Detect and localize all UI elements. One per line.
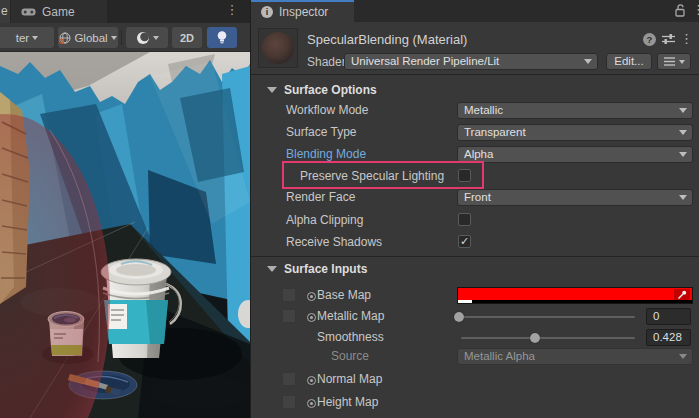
preserve-specular-checkbox[interactable]: [458, 169, 471, 182]
chevron-down-icon: [679, 108, 687, 113]
receive-shadows-label: Receive Shadows: [286, 234, 382, 251]
surface-type-label: Surface Type: [286, 124, 357, 141]
inspector-tab-bar: i Inspector ⋮: [251, 0, 699, 22]
smoothness-value-field[interactable]: 0.428: [646, 329, 691, 346]
draw-mode-button[interactable]: [126, 27, 168, 48]
metallic-map-texture-slot[interactable]: [282, 309, 296, 323]
scene-view-viewport[interactable]: [0, 52, 250, 418]
scene-view-panel: e Game ⋮ ter: [0, 0, 250, 418]
list-icon: [664, 57, 675, 66]
toolbar-separator: [121, 30, 122, 45]
metallic-slider[interactable]: [459, 308, 637, 325]
chevron-down-icon: [679, 130, 687, 135]
tab-game-label: Game: [42, 5, 75, 19]
shader-dropdown[interactable]: Universal Render Pipeline/Lit: [344, 53, 598, 70]
panel-menu-icon[interactable]: ⋮: [692, 2, 699, 17]
gamepad-icon: [21, 7, 36, 17]
lighting-toggle-button[interactable]: [207, 27, 237, 48]
slider-handle[interactable]: [454, 312, 464, 322]
tab-inspector-label: Inspector: [279, 5, 328, 19]
panel-menu-icon[interactable]: ⋮: [224, 2, 240, 20]
normal-map-texture-slot[interactable]: [282, 372, 296, 386]
chevron-down-icon: [32, 36, 38, 40]
blending-mode-label: Blending Mode: [286, 146, 366, 163]
preset-list-button[interactable]: [657, 53, 691, 70]
metallic-map-label: Metallic Map: [317, 308, 384, 325]
edit-shader-button[interactable]: Edit...: [606, 53, 652, 70]
render-face-label: Render Face: [286, 189, 355, 206]
section-divider: [251, 256, 699, 257]
tab-game[interactable]: Game: [11, 0, 107, 23]
slider-handle[interactable]: [530, 333, 540, 343]
chevron-down-icon: [679, 60, 685, 64]
orientation-button[interactable]: Global: [58, 27, 118, 48]
lock-icon[interactable]: [675, 4, 686, 17]
tab-scene-partial[interactable]: e: [0, 0, 10, 23]
pivot-button[interactable]: ter: [0, 27, 54, 48]
smoothness-label: Smoothness: [317, 329, 384, 346]
info-icon: i: [261, 6, 273, 18]
surface-inputs-foldout[interactable]: Surface Inputs: [251, 261, 699, 279]
alpha-clipping-checkbox[interactable]: [458, 213, 471, 226]
metallic-value-field[interactable]: 0: [646, 308, 691, 325]
workflow-mode-label: Workflow Mode: [286, 102, 368, 119]
preserve-specular-label: Preserve Specular Lighting: [300, 168, 444, 185]
base-map-texture-slot[interactable]: [282, 288, 296, 302]
material-name: SpecularBlending (Material): [307, 32, 467, 47]
object-picker-icon[interactable]: [307, 376, 316, 385]
smoothness-slider[interactable]: [459, 329, 637, 346]
globe-icon: [59, 32, 71, 44]
object-picker-icon[interactable]: [307, 313, 316, 322]
height-map-label: Height Map: [317, 394, 378, 411]
surface-type-dropdown[interactable]: Transparent: [457, 124, 693, 141]
unity-editor-window: e Game ⋮ ter: [0, 0, 699, 418]
receive-shadows-checkbox[interactable]: ✓: [458, 235, 471, 248]
surface-options-foldout[interactable]: Surface Options: [251, 82, 699, 100]
light-bulb-icon: [216, 30, 228, 45]
alpha-bar: [458, 300, 472, 303]
2d-toggle-button[interactable]: 2D: [172, 27, 202, 48]
chevron-down-icon: [679, 152, 687, 157]
foldout-arrow-icon: [267, 87, 277, 93]
base-map-color-swatch[interactable]: [457, 287, 693, 304]
foldout-arrow-icon: [267, 266, 277, 272]
inspector-panel: i Inspector ⋮ SpecularBlending (Material…: [250, 0, 699, 418]
object-picker-icon[interactable]: [307, 399, 316, 408]
game-scene-render: [0, 52, 250, 418]
check-icon: ✓: [460, 235, 469, 247]
base-map-label: Base Map: [317, 287, 371, 304]
presets-icon[interactable]: [662, 33, 675, 45]
chevron-down-icon: [153, 36, 159, 40]
chevron-down-icon: [111, 36, 117, 40]
chevron-down-icon: [584, 59, 592, 64]
more-icon[interactable]: ⋮: [680, 31, 693, 46]
shaded-sphere-icon: [136, 31, 150, 45]
material-preview-thumbnail[interactable]: [258, 28, 298, 68]
eyedropper-icon[interactable]: [674, 289, 690, 300]
tab-inspector[interactable]: i Inspector: [251, 0, 354, 22]
render-face-dropdown[interactable]: Front: [457, 189, 693, 206]
workflow-mode-dropdown[interactable]: Metallic: [457, 102, 693, 119]
normal-map-label: Normal Map: [317, 371, 382, 388]
scene-tab-bar: e Game ⋮: [0, 0, 250, 23]
chevron-down-icon: [679, 195, 687, 200]
blending-mode-dropdown[interactable]: Alpha: [457, 146, 693, 163]
material-header: SpecularBlending (Material) ? ⋮ Shader U…: [251, 22, 699, 75]
object-picker-icon[interactable]: [307, 292, 316, 301]
height-map-texture-slot[interactable]: [282, 395, 296, 409]
shader-label: Shader: [307, 55, 346, 69]
scene-toolbar: ter Global: [0, 23, 250, 52]
source-label: Source: [331, 348, 369, 365]
alpha-clipping-label: Alpha Clipping: [286, 212, 363, 229]
help-icon[interactable]: ?: [643, 33, 656, 46]
chevron-down-icon: [679, 354, 687, 359]
source-dropdown: Metallic Alpha: [457, 348, 693, 365]
